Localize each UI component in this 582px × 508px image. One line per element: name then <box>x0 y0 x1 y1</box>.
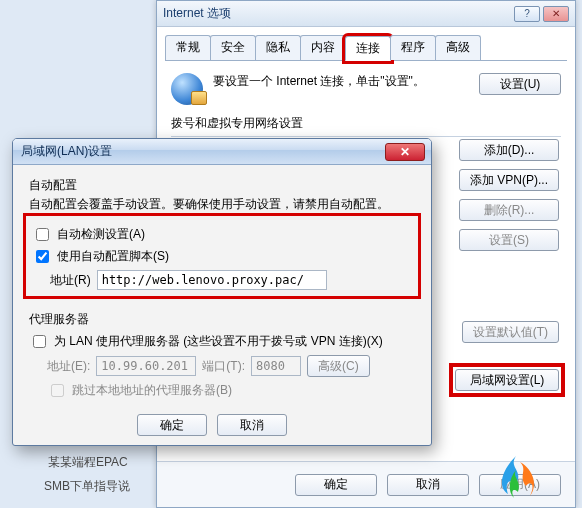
lan-settings-highlight: 局域网设置(L) <box>455 369 559 391</box>
tab-advanced[interactable]: 高级 <box>435 35 481 60</box>
dialup-buttons-column: 添加(D)... 添加 VPN(P)... 删除(R)... 设置(S) <box>459 139 559 251</box>
use-proxy-checkbox[interactable] <box>33 335 46 348</box>
lan-settings-dialog: 局域网(LAN)设置 ✕ 自动配置 自动配置会覆盖手动设置。要确保使用手动设置，… <box>12 138 432 446</box>
auto-script-addr-input[interactable] <box>97 270 327 290</box>
set-default-button[interactable]: 设置默认值(T) <box>462 321 559 343</box>
ok-button[interactable]: 确定 <box>295 474 377 496</box>
dial-settings-button[interactable]: 设置(S) <box>459 229 559 251</box>
proxy-legend: 代理服务器 <box>29 311 415 328</box>
auto-detect-label: 自动检测设置(A) <box>57 226 145 243</box>
lan-settings-button[interactable]: 局域网设置(L) <box>455 369 559 391</box>
auto-script-addr-label: 地址(R) <box>50 272 91 289</box>
lan-settings-body: 自动配置 自动配置会覆盖手动设置。要确保使用手动设置，请禁用自动配置。 自动检测… <box>13 165 431 425</box>
cancel-button[interactable]: 取消 <box>387 474 469 496</box>
close-button[interactable]: ✕ <box>543 6 569 22</box>
tab-general[interactable]: 常规 <box>165 35 211 60</box>
proxy-addr-label: 地址(E): <box>47 358 90 375</box>
background-text-2: SMB下单指导说 <box>44 478 130 495</box>
lan-settings-footer: 确定 取消 <box>13 405 431 445</box>
lan-buttons-column: 设置默认值(T) <box>462 321 559 343</box>
auto-script-label: 使用自动配置脚本(S) <box>57 248 169 265</box>
use-proxy-label: 为 LAN 使用代理服务器 (这些设置不用于拨号或 VPN 连接)(X) <box>54 333 383 350</box>
auto-script-checkbox[interactable] <box>36 250 49 263</box>
auto-config-highlight: 自动检测设置(A) 使用自动配置脚本(S) 地址(R) <box>23 213 421 299</box>
auto-config-legend: 自动配置 <box>29 177 415 194</box>
options-tab-strip: 常规 安全 隐私 内容 连接 程序 高级 <box>165 35 567 61</box>
auto-config-group: 自动配置 自动配置会覆盖手动设置。要确保使用手动设置，请禁用自动配置。 自动检测… <box>29 175 415 295</box>
lan-settings-title: 局域网(LAN)设置 <box>19 143 385 160</box>
globe-icon <box>171 73 203 105</box>
dialup-group-label: 拨号和虚拟专用网络设置 <box>171 115 561 132</box>
tab-content[interactable]: 内容 <box>300 35 346 60</box>
help-button[interactable]: ? <box>514 6 540 22</box>
close-icon[interactable]: ✕ <box>385 143 425 161</box>
auto-detect-checkbox[interactable] <box>36 228 49 241</box>
proxy-addr-input <box>96 356 196 376</box>
add-vpn-button[interactable]: 添加 VPN(P)... <box>459 169 559 191</box>
internet-options-title: Internet 选项 <box>163 5 511 22</box>
background-text-1: 某某端程EPAC <box>48 454 128 471</box>
proxy-group: 代理服务器 为 LAN 使用代理服务器 (这些设置不用于拨号或 VPN 连接)(… <box>29 309 415 405</box>
add-button[interactable]: 添加(D)... <box>459 139 559 161</box>
proxy-port-input <box>251 356 301 376</box>
separator <box>171 136 561 137</box>
tab-security[interactable]: 安全 <box>210 35 256 60</box>
bypass-local-label: 跳过本地地址的代理服务器(B) <box>72 382 232 399</box>
tab-privacy[interactable]: 隐私 <box>255 35 301 60</box>
remove-button[interactable]: 删除(R)... <box>459 199 559 221</box>
proxy-advanced-button: 高级(C) <box>307 355 370 377</box>
bypass-local-checkbox <box>51 384 64 397</box>
flame-logo-icon <box>494 454 538 502</box>
proxy-port-label: 端口(T): <box>202 358 245 375</box>
tab-connections[interactable]: 连接 <box>345 36 391 61</box>
lan-ok-button[interactable]: 确定 <box>137 414 207 436</box>
lan-cancel-button[interactable]: 取消 <box>217 414 287 436</box>
lan-settings-titlebar[interactable]: 局域网(LAN)设置 ✕ <box>13 139 431 165</box>
internet-options-titlebar[interactable]: Internet 选项 ? ✕ <box>157 1 575 27</box>
connection-intro-text: 要设置一个 Internet 连接，单击"设置"。 <box>213 73 469 90</box>
setup-button[interactable]: 设置(U) <box>479 73 561 95</box>
tab-programs[interactable]: 程序 <box>390 35 436 60</box>
auto-config-description: 自动配置会覆盖手动设置。要确保使用手动设置，请禁用自动配置。 <box>29 196 415 213</box>
